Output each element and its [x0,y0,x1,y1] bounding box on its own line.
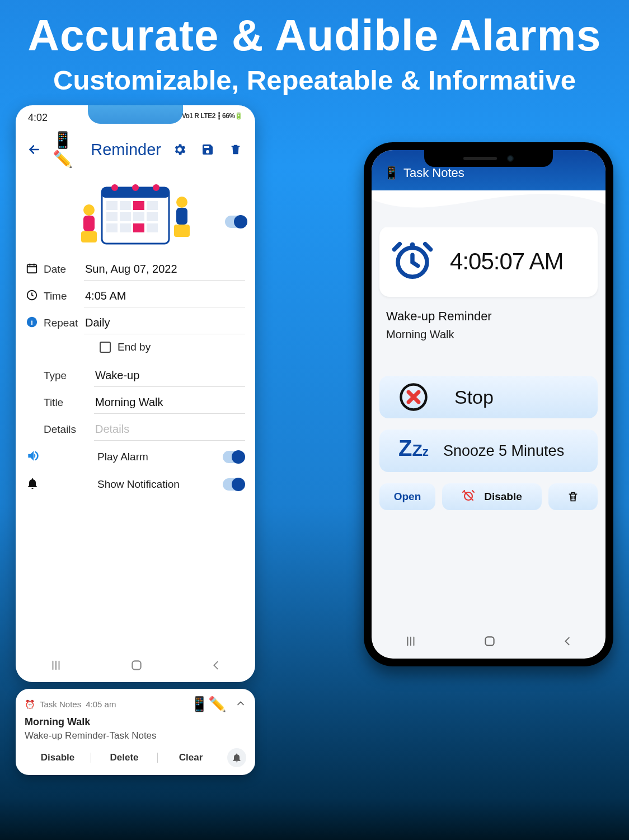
type-label: Type [26,370,86,382]
alarm-clock-icon [391,239,434,284]
notif-title: Morning Walk [25,716,246,728]
trash-button[interactable] [548,483,598,510]
svg-rect-12 [147,212,158,221]
notif-app: Task Notes [40,699,81,709]
repeat-label: Repeat [44,317,78,329]
stop-icon [398,382,429,412]
svg-rect-10 [120,212,131,221]
snooze-icon: ZZz [398,436,429,466]
open-button[interactable]: Open [379,483,435,510]
nav-back-icon[interactable] [561,634,574,651]
device-notch [424,150,553,167]
svg-rect-23 [176,208,187,225]
time-label: Time [44,290,67,302]
snooze-button[interactable]: ZZz Snooze 5 Minutes [379,430,598,472]
svg-text:i: i [31,318,33,326]
svg-rect-18 [133,223,144,232]
svg-point-4 [153,184,159,191]
notif-time: 4:05 am [86,699,116,709]
svg-point-31 [410,242,415,248]
android-nav [16,651,255,682]
svg-rect-34 [485,637,494,645]
calendar-icon [26,262,38,277]
stop-button[interactable]: Stop [379,376,598,418]
svg-rect-24 [174,225,190,237]
screen-title: 📱✏️ Reminder [53,130,161,169]
clock-icon [26,289,38,304]
svg-point-2 [111,184,118,191]
svg-point-3 [132,184,139,191]
svg-rect-16 [147,223,158,232]
time-field[interactable]: 4:05 AM [84,285,245,307]
date-field[interactable]: Sun, Aug 07, 2022 [84,258,245,281]
endby-checkbox[interactable] [100,342,111,353]
play-alarm-label: Play Alarm [97,451,213,463]
nav-recent-icon[interactable] [49,659,63,674]
details-label: Details [26,423,86,436]
chevron-up-icon[interactable] [235,698,246,711]
nav-home-icon[interactable] [482,634,497,651]
android-nav [372,634,605,651]
svg-rect-25 [27,264,37,273]
hero-subtitle: Customizable, Repeatable & Informative [0,64,629,96]
notif-clear-button[interactable]: Clear [158,752,224,763]
svg-rect-6 [120,201,131,210]
alarm-type-label: Wake-up Reminder [386,309,591,324]
notification-card[interactable]: ⏰ Task Notes 4:05 am 📱✏️ Morning Walk Wa… [16,689,255,775]
alarm-off-icon [462,489,475,505]
notif-bell-button[interactable] [227,748,246,767]
bell-icon [26,477,43,492]
settings-button[interactable] [170,140,189,159]
nav-home-icon[interactable] [129,658,144,675]
hero-title: Accurate & Audible Alarms [0,10,629,61]
info-icon: i [26,316,38,331]
svg-point-19 [83,204,95,216]
alarm-clock-icon: ⏰ [25,699,35,710]
reminder-enabled-toggle[interactable] [225,216,247,228]
notif-app-icon: 📱✏️ [190,696,226,713]
show-notification-label: Show Notification [97,478,213,491]
svg-rect-20 [83,216,95,231]
phone-right-screen: 📱 Task Notes 4:05:07 AM Wake-up Reminder… [372,150,605,659]
phone-right-frame: 📱 Task Notes 4:05:07 AM Wake-up Reminder… [364,142,613,666]
title-field[interactable]: Morning Walk [94,391,245,414]
svg-rect-21 [81,231,97,242]
details-field[interactable]: Details [94,418,245,441]
svg-rect-9 [106,212,118,221]
disable-button[interactable]: Disable [442,483,542,510]
title-label: Title [26,396,86,409]
phone-pencil-icon: 📱✏️ [53,130,85,169]
svg-rect-14 [120,223,131,232]
type-field[interactable]: Wake-up [94,365,245,387]
reminder-illustration [16,175,255,255]
delete-button[interactable] [226,140,245,159]
save-button[interactable] [198,140,217,159]
svg-rect-29 [132,661,140,669]
app-icon: 📱 [384,166,399,180]
svg-point-22 [176,197,187,208]
play-alarm-toggle[interactable] [223,451,245,463]
svg-rect-8 [147,201,158,210]
speaker-icon [26,449,43,465]
show-notification-toggle[interactable] [223,478,245,491]
notif-disable-button[interactable]: Disable [25,752,91,763]
svg-rect-17 [133,201,144,210]
nav-back-icon[interactable] [210,658,222,675]
app-title: Task Notes [403,166,464,180]
alarm-time: 4:05:07 AM [450,248,563,275]
notif-delete-button[interactable]: Delete [91,752,157,763]
phone-left: 4:02 Vo1 LTE1 ┇ Vo1 R LTE2 ┇ 66%🔋 📱✏️ Re… [16,105,255,682]
svg-rect-13 [106,223,118,232]
repeat-field[interactable]: Daily [84,312,245,334]
status-time: 4:02 [28,112,48,124]
alarm-card: 4:05:07 AM [379,226,598,297]
alarm-title-label: Morning Walk [386,328,591,341]
date-label: Date [44,263,66,276]
svg-rect-5 [106,201,118,210]
endby-label: End by [118,341,151,353]
back-button[interactable] [25,140,44,159]
nav-recent-icon[interactable] [403,635,418,650]
notch [88,105,183,124]
svg-rect-11 [133,212,144,221]
notif-desc: Wake-up Reminder-Task Notes [25,730,246,741]
